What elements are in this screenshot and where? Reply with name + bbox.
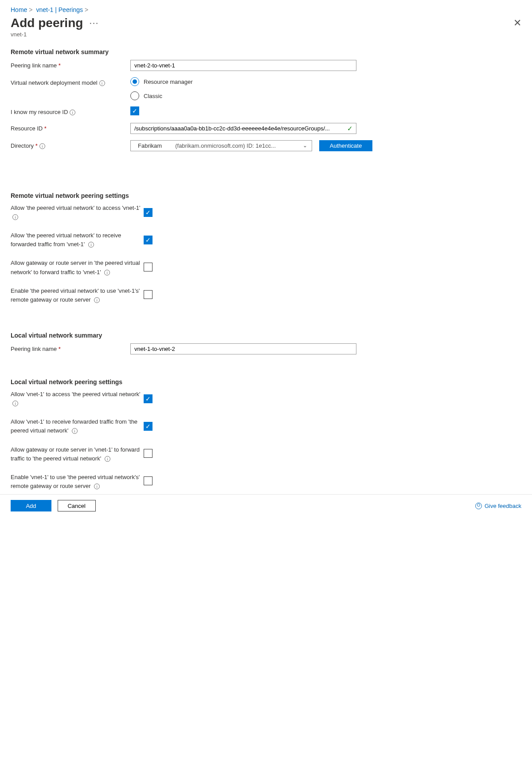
info-icon[interactable] [39,143,45,149]
info-icon[interactable] [70,110,75,115]
local-opt4-label: Enable 'vnet-1' to use 'the peered virtu… [11,474,140,489]
remote-opt4-label: Enable 'the peered virtual network' to u… [11,287,140,303]
authenticate-button[interactable]: Authenticate [319,140,372,151]
remote-opt3-label: Allow gateway or route server in 'the pe… [11,260,140,275]
label-know-id: I know my resource ID [11,109,68,115]
remote-opt4-checkbox[interactable] [144,290,153,299]
breadcrumb-home[interactable]: Home [11,6,27,13]
breadcrumb: Home> vnet-1 | Peerings> [11,6,521,13]
info-icon[interactable] [94,484,100,489]
page-title: Add peering [11,16,83,30]
remote-link-input[interactable] [130,60,356,71]
label-deploy-model: Virtual network deployment model [11,79,98,86]
section-local-settings: Local virtual network peering settings [11,378,521,385]
info-icon[interactable] [99,80,105,86]
info-icon[interactable] [72,428,78,434]
directory-select[interactable]: Fabrikam (fabrikam.onmicrosoft.com) ID: … [130,140,312,151]
person-feedback-icon [475,503,482,509]
section-remote-summary: Remote virtual network summary [11,48,521,55]
remote-opt1-label: Allow 'the peered virtual network' to ac… [11,205,140,211]
remote-opt2-checkbox[interactable] [144,236,153,244]
local-link-input[interactable] [130,343,356,354]
local-opt1-checkbox[interactable] [144,394,153,403]
local-opt3-label: Allow gateway or route server in 'vnet-1… [11,446,140,462]
info-icon[interactable] [94,297,100,303]
info-icon[interactable] [12,214,18,220]
local-opt4-checkbox[interactable] [144,476,153,485]
add-button[interactable]: Add [11,500,51,511]
remote-opt1-checkbox[interactable] [144,208,153,217]
label-resource-id: Resource ID [11,125,47,132]
page-subtitle: vnet-1 [11,31,521,38]
feedback-link[interactable]: Give feedback [475,503,521,509]
info-icon[interactable] [105,456,110,462]
info-icon[interactable] [104,270,110,275]
local-opt3-checkbox[interactable] [144,449,153,458]
remote-opt2-label: Allow 'the peered virtual network' to re… [11,232,121,248]
radio-classic[interactable]: Classic [130,91,193,100]
resource-id-input[interactable] [130,123,356,134]
label-remote-link: Peering link name [11,62,61,69]
more-menu-icon[interactable]: ··· [89,18,98,28]
breadcrumb-level1[interactable]: vnet-1 | Peerings [36,6,83,13]
valid-check-icon: ✓ [347,125,353,133]
info-icon[interactable] [88,242,94,248]
radio-resource-manager[interactable]: Resource manager [130,77,193,86]
label-directory: Directory [11,142,38,149]
chevron-down-icon: ⌄ [303,142,307,149]
local-opt2-checkbox[interactable] [144,422,153,431]
know-id-checkbox[interactable] [130,106,139,115]
close-icon[interactable]: ✕ [513,17,521,29]
section-local-summary: Local virtual network summary [11,332,521,339]
remote-opt3-checkbox[interactable] [144,263,153,271]
section-remote-settings: Remote virtual network peering settings [11,192,521,199]
cancel-button[interactable]: Cancel [58,500,96,511]
info-icon[interactable] [12,401,18,406]
label-local-link: Peering link name [11,346,61,352]
local-opt1-label: Allow 'vnet-1' to access 'the peered vir… [11,391,140,397]
